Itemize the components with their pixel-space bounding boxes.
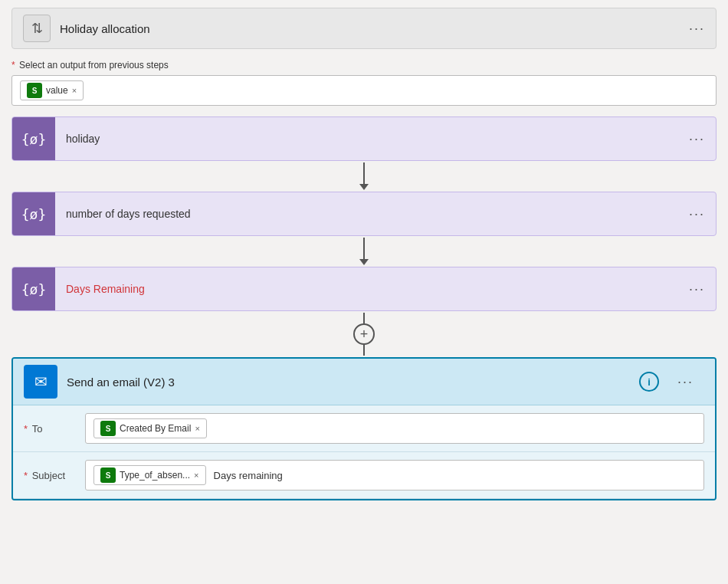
to-tag-close[interactable]: × <box>195 424 199 433</box>
subject-field-label: * Subject <box>24 470 85 481</box>
step-days-remaining-dots[interactable]: ··· <box>678 281 716 297</box>
tag-close-button[interactable]: × <box>72 86 77 95</box>
select-output-label-text: Select an output from previous steps <box>19 60 169 71</box>
select-output-input[interactable]: S value × <box>11 75 717 106</box>
to-tag-icon: S <box>100 421 116 436</box>
email-dots-menu[interactable]: ··· <box>667 374 704 390</box>
header-dots-menu[interactable]: ··· <box>689 21 705 37</box>
step-days-remaining-label: Days Remaining <box>55 283 678 295</box>
select-output-section: * Select an output from previous steps S… <box>11 60 717 106</box>
email-action-card: ✉ Send an email (V2) 3 i ··· * To S Crea <box>11 357 717 500</box>
flow-steps: {ø} holiday ··· {ø} number of days reque… <box>11 116 717 500</box>
step-holiday-label: holiday <box>55 133 678 145</box>
arrow-head-1 <box>359 184 369 190</box>
email-envelope-icon: ✉ <box>34 372 48 391</box>
step-holiday-dots[interactable]: ··· <box>678 131 716 147</box>
subject-extra-text: Days remaining <box>214 470 283 481</box>
subject-label-name: Subject <box>32 470 65 481</box>
step-days-remaining-icon-bar: {ø} <box>12 267 55 310</box>
step-days-requested-label: number of days requested <box>55 208 678 220</box>
email-action-title: Send an email (V2) 3 <box>67 376 639 389</box>
arrow-head-2 <box>359 259 369 265</box>
subject-tag-value: Type_of_absen... <box>120 470 190 481</box>
main-container: ⇅ Holiday allocation ··· * Select an out… <box>0 0 728 508</box>
subject-tag-icon: S <box>100 468 116 483</box>
to-tag: S Created By Email × <box>93 418 207 438</box>
to-field-label: * To <box>24 423 85 435</box>
subject-field-input[interactable]: S Type_of_absen... × Days remaining <box>85 460 704 490</box>
subject-tag: S Type_of_absen... × <box>93 465 206 485</box>
subject-required-star: * <box>24 470 31 481</box>
step-days-remaining: {ø} Days Remaining ··· <box>11 267 717 311</box>
header-card: ⇅ Holiday allocation ··· <box>11 8 717 49</box>
info-icon-button[interactable]: i <box>639 372 659 392</box>
to-tag-value: Created By Email <box>120 423 191 434</box>
arrow-1 <box>359 162 369 190</box>
subject-tag-close[interactable]: × <box>194 471 198 480</box>
tag-s-icon: S <box>27 83 42 98</box>
plus-line-top <box>363 313 365 323</box>
plus-connector: + <box>353 313 375 356</box>
step-days-requested-dots[interactable]: ··· <box>678 206 716 222</box>
step-days-requested: {ø} number of days requested ··· <box>11 192 717 236</box>
to-field-row: * To S Created By Email × <box>13 405 715 452</box>
arrow-2 <box>359 238 369 265</box>
step-days-remaining-icon: {ø} <box>21 281 47 297</box>
arrow-line-2 <box>363 238 365 259</box>
select-output-label: * Select an output from previous steps <box>11 60 717 71</box>
subject-field-row: * Subject S Type_of_absen... × Days rema… <box>13 452 715 499</box>
required-star: * <box>11 60 18 71</box>
step-days-requested-icon: {ø} <box>21 206 47 222</box>
header-title: Holiday allocation <box>60 22 689 35</box>
plus-line-bottom <box>363 345 365 356</box>
value-tag: S value × <box>20 80 84 100</box>
email-fields: * To S Created By Email × * Subject <box>13 405 715 499</box>
step-holiday-icon-bar: {ø} <box>12 117 55 160</box>
to-required-star: * <box>24 423 31 435</box>
arrow-line-1 <box>363 162 365 184</box>
step-holiday: {ø} holiday ··· <box>11 116 717 161</box>
header-icon: ⇅ <box>23 15 51 42</box>
tag-value-text: value <box>46 85 68 96</box>
add-step-button[interactable]: + <box>353 323 375 345</box>
step-days-requested-icon-bar: {ø} <box>12 192 55 235</box>
email-card-header: ✉ Send an email (V2) 3 i ··· <box>13 359 715 405</box>
to-label-name: To <box>32 423 43 435</box>
email-icon-box: ✉ <box>24 365 57 399</box>
to-field-input[interactable]: S Created By Email × <box>85 413 704 444</box>
step-holiday-icon: {ø} <box>21 131 47 147</box>
header-arrows-icon: ⇅ <box>31 20 43 37</box>
